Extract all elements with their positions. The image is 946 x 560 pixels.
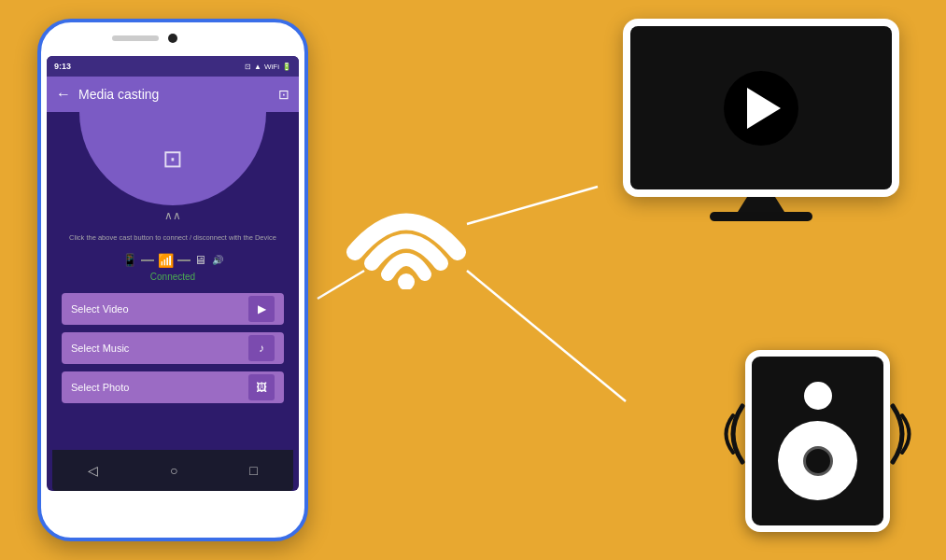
phone-screen: 9:13 ⊡ ▲ WiFi 🔋 ← Media casting ⊡ ⊡ <box>47 56 299 491</box>
nav-recents-button[interactable]: □ <box>249 463 257 478</box>
status-bar: 9:13 ⊡ ▲ WiFi 🔋 <box>47 56 299 77</box>
connection-status: Connected <box>150 270 195 289</box>
tv-base <box>710 212 812 221</box>
select-video-label: Select Video <box>71 303 129 315</box>
tv-stand <box>738 197 784 212</box>
conn-line-2 <box>177 259 191 261</box>
cast-arc: ⊡ <box>79 112 266 205</box>
select-video-button[interactable]: Select Video ▶ <box>62 293 284 325</box>
phone: 9:13 ⊡ ▲ WiFi 🔋 ← Media casting ⊡ ⊡ <box>37 19 308 541</box>
signal-icon: ▲ <box>254 63 261 71</box>
sound-wave-right-icon <box>888 387 916 481</box>
nav-back-button[interactable]: ◁ <box>88 463 98 478</box>
battery-icon: 🔋 <box>282 63 291 71</box>
speaker-woofer <box>778 421 857 500</box>
play-triangle-icon <box>747 88 781 129</box>
tv-monitor <box>623 19 899 221</box>
wifi-conn-icon: 📶 <box>158 253 174 268</box>
speaker-woofer-inner <box>803 446 833 476</box>
screen-content: ⊡ ∧∧ Click the above cast button to conn… <box>47 112 299 407</box>
app-bar: ← Media casting ⊡ <box>47 77 299 112</box>
phone-earpiece <box>112 35 159 41</box>
music-icon: ♪ <box>248 335 275 361</box>
status-time: 9:13 <box>54 62 71 71</box>
nav-home-button[interactable]: ○ <box>170 463 177 478</box>
status-icons: ⊡ ▲ WiFi 🔋 <box>245 63 291 71</box>
play-circle <box>724 71 798 146</box>
instruction-text: Click the above cast button to connect /… <box>58 226 288 247</box>
back-button[interactable]: ← <box>56 86 71 103</box>
monitor-conn-icon: 🖥 <box>194 253 206 267</box>
sound-wave-left-icon <box>719 387 747 481</box>
speaker-conn-icon: 🔊 <box>212 255 223 265</box>
svg-line-2 <box>467 271 626 401</box>
up-arrows: ∧∧ <box>164 205 181 226</box>
speaker <box>745 350 890 532</box>
video-icon: ▶ <box>248 296 275 322</box>
svg-point-3 <box>398 273 415 289</box>
wifi-icon <box>346 187 467 293</box>
speaker-tweeter <box>804 382 832 410</box>
connection-row: 📱 📶 🖥 🔊 <box>113 247 233 270</box>
speaker-body <box>745 350 890 532</box>
tv-screen <box>630 26 892 189</box>
select-music-label: Select Music <box>71 343 129 354</box>
media-buttons: Select Video ▶ Select Music ♪ Select Pho… <box>47 289 299 407</box>
svg-line-1 <box>467 187 598 224</box>
select-photo-label: Select Photo <box>71 382 129 393</box>
cast-button[interactable]: ⊡ <box>278 87 289 102</box>
select-photo-button[interactable]: Select Photo 🖼 <box>62 371 284 403</box>
phone-body: 9:13 ⊡ ▲ WiFi 🔋 ← Media casting ⊡ ⊡ <box>37 19 308 541</box>
conn-line-1 <box>141 259 154 261</box>
bottom-nav: ◁ ○ □ <box>52 450 293 491</box>
phone-conn-icon: 📱 <box>122 253 137 267</box>
wifi-status-icon: WiFi <box>264 63 279 71</box>
app-title: Media casting <box>78 87 271 102</box>
photo-icon: 🖼 <box>248 374 275 400</box>
phone-camera <box>168 34 177 43</box>
tv-white-border <box>623 19 899 197</box>
cast-large-icon: ⊡ <box>162 145 183 174</box>
cast-status-icon: ⊡ <box>245 63 251 71</box>
select-music-button[interactable]: Select Music ♪ <box>62 332 284 364</box>
